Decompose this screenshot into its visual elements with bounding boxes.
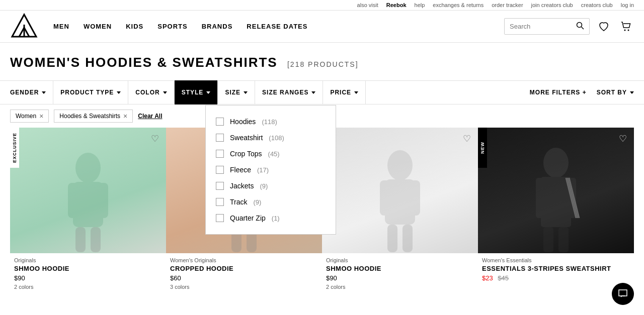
product-name: SHMOO HOODIE [14, 265, 162, 272]
style-hoodies-item[interactable]: Hoodies (118) [206, 114, 336, 130]
size-filter-button[interactable]: SIZE [218, 80, 255, 104]
adidas-logo[interactable] [10, 13, 38, 41]
also-visit-label: also visit [357, 2, 378, 8]
creators-club-link[interactable]: creators club [581, 2, 613, 8]
women-filter-tag[interactable]: Women × [10, 110, 49, 123]
nav-sports[interactable]: SPORTS [157, 23, 187, 30]
product-name: CROPPED HOODIE [170, 265, 318, 272]
page-title: WOMEN'S HOODIES & SWEATSHIRTS [218 Produ… [10, 55, 634, 70]
price-filter-button[interactable]: PRICE [323, 80, 366, 104]
svg-point-6 [624, 29, 626, 31]
table-row: NEW ♡ Women's Essentials ESSENTIALS 3-ST… [478, 128, 634, 298]
nav-release-dates[interactable]: RELEASE DATES [247, 23, 307, 30]
sort-by-button[interactable]: SORT BY [597, 89, 634, 96]
hoodies-sweatshirts-filter-tag[interactable]: Hoodies & Sweatshirts × [54, 110, 133, 123]
wishlist-header-button[interactable] [596, 19, 612, 35]
hoodies-checkbox[interactable] [216, 118, 224, 126]
style-jackets-item[interactable]: Jackets (9) [206, 178, 336, 194]
product-colors: 2 colors [10, 282, 166, 290]
hoodies-sweatshirts-filter-label: Hoodies & Sweatshirts [59, 113, 120, 120]
chevron-down-icon [244, 91, 248, 94]
size-ranges-filter-button[interactable]: SIZE RANGES [255, 80, 323, 104]
exchanges-returns-link[interactable]: exchanges & returns [433, 2, 484, 8]
style-crop-tops-item[interactable]: Crop Tops (45) [206, 146, 336, 162]
chevron-down-icon [311, 91, 315, 94]
svg-rect-31 [558, 227, 569, 252]
product-category: Women's Essentials [482, 257, 630, 263]
style-filter-button[interactable]: STYLE [175, 80, 218, 104]
product-colors: 2 colors [322, 282, 478, 290]
svg-rect-13 [91, 227, 101, 252]
search-icon[interactable] [576, 22, 584, 31]
product-image-3[interactable]: ♡ [322, 128, 478, 253]
svg-rect-25 [403, 225, 413, 252]
order-tracker-link[interactable]: order tracker [492, 2, 523, 8]
product-image-1[interactable]: EXCLUSIVE ♡ [10, 128, 166, 253]
style-sweatshirt-item[interactable]: Sweatshirt (108) [206, 130, 336, 146]
svg-rect-10 [68, 183, 78, 218]
product-category: Women's Originals [170, 257, 318, 263]
nav-men[interactable]: MEN [53, 23, 69, 30]
more-filters-button[interactable]: MORE FILTERS + [530, 89, 587, 96]
product-info: Women's Essentials ESSENTIALS 3-STRIPES … [478, 253, 634, 282]
svg-point-20 [387, 150, 413, 180]
product-name: SHMOO HOODIE [326, 265, 474, 272]
svg-rect-22 [380, 180, 390, 216]
log-in-link[interactable]: log in [621, 2, 634, 8]
cart-button[interactable] [618, 19, 634, 35]
fleece-checkbox[interactable] [216, 166, 224, 174]
product-image-4[interactable]: NEW ♡ [478, 128, 634, 253]
women-filter-label: Women [16, 113, 36, 120]
table-row: EXCLUSIVE ♡ Originals SHMOO HOODIE $90 2… [10, 128, 166, 298]
help-link[interactable]: help [415, 2, 425, 8]
product-colors: 3 colors [166, 282, 322, 290]
main-nav: MEN WOMEN KIDS SPORTS BRANDS RELEASE DAT… [53, 23, 504, 30]
gender-filter-button[interactable]: GENDER [10, 80, 53, 104]
svg-rect-30 [543, 227, 553, 252]
svg-rect-28 [536, 178, 546, 218]
header-icons [504, 18, 634, 35]
table-row: ♡ Originals SHMOO HOODIE $90 2 colors [322, 128, 478, 298]
product-type-filter-button[interactable]: PRODUCT TYPE [53, 80, 128, 104]
jackets-checkbox[interactable] [216, 182, 224, 190]
style-dropdown: Hoodies (118) Sweatshirt (108) Crop Tops… [205, 105, 336, 235]
svg-point-7 [628, 29, 629, 31]
svg-rect-11 [98, 183, 108, 218]
product-count: [218 Products] [287, 60, 359, 68]
clear-all-button[interactable]: Clear All [138, 113, 162, 120]
svg-rect-23 [410, 180, 420, 216]
svg-point-26 [543, 148, 569, 178]
product-info: Women's Originals CROPPED HOODIE $60 [166, 253, 322, 282]
style-track-item[interactable]: Track (9) [206, 194, 336, 210]
reebok-link[interactable]: Reebok [386, 2, 407, 8]
product-price: $90 [14, 274, 162, 282]
sale-price: $23 [482, 274, 493, 282]
track-checkbox[interactable] [216, 198, 224, 206]
chevron-down-icon [354, 91, 358, 94]
product-category: Originals [14, 257, 162, 263]
search-input[interactable] [510, 23, 576, 30]
style-quarter-zip-item[interactable]: Quarter Zip (1) [206, 210, 336, 226]
nav-kids[interactable]: KIDS [126, 23, 143, 30]
join-creators-club-link[interactable]: join creators club [531, 2, 573, 8]
product-price: $60 [170, 274, 318, 282]
product-price: $23 $45 [482, 274, 630, 282]
crop-tops-checkbox[interactable] [216, 150, 224, 158]
remove-hoodies-filter-icon[interactable]: × [123, 112, 127, 120]
product-info: Originals SHMOO HOODIE $90 [322, 253, 478, 282]
svg-rect-24 [387, 225, 397, 252]
nav-women[interactable]: WOMEN [84, 23, 112, 30]
filters-bar: GENDER PRODUCT TYPE COLOR STYLE SIZE SIZ… [0, 80, 644, 104]
product-name: ESSENTIALS 3-STRIPES SWEATSHIRT [482, 265, 630, 272]
header: MEN WOMEN KIDS SPORTS BRANDS RELEASE DAT… [0, 11, 644, 43]
sweatshirt-checkbox[interactable] [216, 134, 224, 142]
nav-brands[interactable]: BRANDS [202, 23, 233, 30]
page-title-section: WOMEN'S HOODIES & SWEATSHIRTS [218 Produ… [0, 43, 644, 80]
chevron-down-icon [117, 91, 121, 94]
style-fleece-item[interactable]: Fleece (17) [206, 162, 336, 178]
color-filter-button[interactable]: COLOR [128, 80, 174, 104]
quarter-zip-checkbox[interactable] [216, 214, 224, 222]
chevron-down-icon [163, 91, 167, 94]
svg-line-5 [582, 27, 584, 30]
remove-women-filter-icon[interactable]: × [39, 112, 43, 120]
